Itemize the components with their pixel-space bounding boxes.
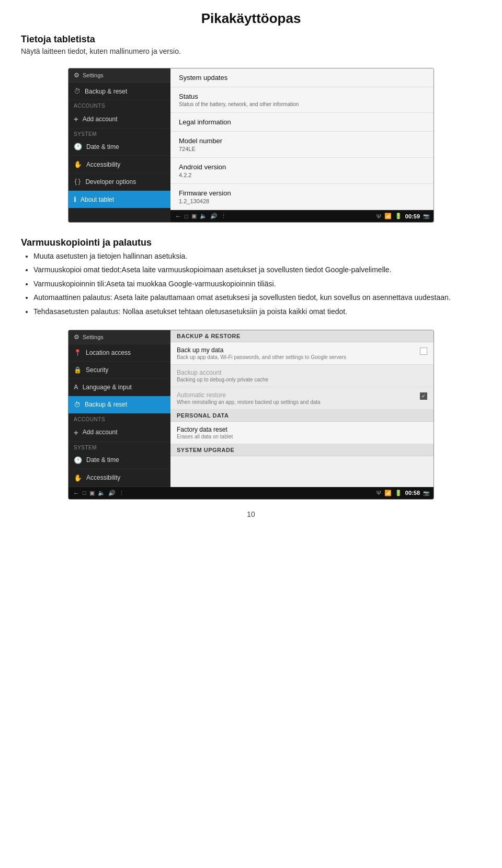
sidebar1-header: ⚙ Settings: [69, 68, 170, 83]
main-item-value: 4.2.2: [179, 172, 425, 178]
volume-icon[interactable]: 🔈: [200, 213, 207, 219]
main-item2-title: Backup account: [177, 369, 268, 376]
psi-icon: Ψ: [376, 213, 381, 219]
volume-up-icon2[interactable]: 🔊: [108, 490, 116, 496]
backup-restore-header: BACKUP & RESTORE: [170, 330, 433, 342]
sidebar2-header-label: Settings: [83, 334, 104, 340]
bullet-item: Tehdasasetusten palautus: Nollaa asetuks…: [33, 306, 481, 317]
sidebar-item-accessibility2[interactable]: ✋ Accessibility: [69, 469, 170, 487]
main-item-system-updates[interactable]: System updates: [170, 68, 433, 87]
page-number: 10: [21, 510, 481, 518]
status-bar2: ← □ ▣ 🔈 🔊 ⋮ Ψ 📶 🔋 00:58 📷: [69, 487, 433, 499]
plus-icon: +: [74, 114, 78, 123]
main-item-auto-restore[interactable]: Automatic restore When reinstalling an a…: [170, 387, 433, 410]
section1-heading: Tietoja tabletista: [21, 34, 481, 45]
home-icon[interactable]: □: [185, 213, 188, 219]
sidebar-item-label: Developer options: [85, 178, 136, 186]
back-icon2[interactable]: ←: [73, 489, 79, 497]
sidebar-item-backup-reset[interactable]: ⏱ Backup & reset: [69, 83, 170, 100]
sidebar-item-label: About tablet: [81, 196, 114, 203]
location-icon: 📍: [74, 349, 82, 356]
accounts-section-label2: ACCOUNTS: [69, 414, 170, 423]
signal-icon2: 📶: [384, 490, 392, 496]
section1-subtitle: Näytä laitteen tiedot, kuten mallinumero…: [21, 47, 481, 55]
sidebar-item-language[interactable]: A Language & input: [69, 379, 170, 396]
sidebar-item-date-time[interactable]: 🕐 Date & time: [69, 138, 170, 156]
back-icon[interactable]: ←: [175, 212, 181, 220]
auto-restore-checkbox[interactable]: ✓: [420, 392, 427, 400]
main-item-status[interactable]: Status Status of the battery, network, a…: [170, 87, 433, 113]
sidebar-item-label: Accessibility: [86, 474, 120, 481]
main-item2-subtitle: Backing up to debug-only private cache: [177, 377, 268, 383]
sidebar-item-label: Backup & reset: [85, 88, 127, 95]
main-item-model[interactable]: Model number 724LE: [170, 132, 433, 158]
sidebar1: ⚙ Settings ⏱ Backup & reset ACCOUNTS + A…: [69, 68, 170, 222]
status-time2: 00:58: [405, 490, 420, 496]
main-item-title: Firmware version: [179, 189, 425, 197]
main-item2-subtitle: Erases all data on tablet: [177, 434, 233, 439]
sidebar2: ⚙ Settings 📍 Location access 🔒 Security …: [69, 330, 170, 487]
menu-dots-icon[interactable]: ⋮: [221, 213, 226, 219]
lock-icon: 🔒: [74, 366, 82, 374]
home-icon2[interactable]: □: [83, 490, 86, 496]
main-item-title: System updates: [179, 74, 425, 82]
main-item-back-up-data[interactable]: Back up my data Back up app data, Wi-Fi …: [170, 342, 433, 365]
status-bar2-right: Ψ 📶 🔋 00:58 📷: [376, 490, 429, 496]
main-item-firmware[interactable]: Firmware version 1.2_130428: [170, 184, 433, 210]
sidebar-item-label: Language & input: [83, 384, 132, 391]
status-bar1: ← □ ▣ 🔈 🔊 ⋮ Ψ 📶 🔋 00:59 📷: [170, 210, 433, 222]
screenshot-icon2: 📷: [423, 490, 429, 496]
sidebar-item-accessibility[interactable]: ✋ Accessibility: [69, 156, 170, 173]
status-bar-left: ← □ ▣ 🔈 🔊 ⋮: [175, 212, 226, 220]
settings-gear-icon2: ⚙: [74, 333, 79, 341]
recent-icon2[interactable]: ▣: [89, 490, 95, 496]
menu-dots-icon2[interactable]: ⋮: [119, 490, 124, 496]
sidebar-item-backup-reset2[interactable]: ⏱ Backup & reset: [69, 396, 170, 414]
sidebar-item-about-tablet[interactable]: ℹ About tablet: [69, 191, 170, 209]
main-item-factory-reset[interactable]: Factory data reset Erases all data on ta…: [170, 422, 433, 444]
screenshot2: ⚙ Settings 📍 Location access 🔒 Security …: [68, 330, 434, 500]
volume-up-icon[interactable]: 🔊: [210, 213, 218, 219]
sidebar-item-label: Security: [86, 366, 108, 374]
main-item2-title: Factory data reset: [177, 426, 233, 433]
clock-icon: ⏱: [74, 87, 81, 95]
section2-heading: Varmuuskopiointi ja palautus: [21, 237, 481, 248]
main-item2-text: Backup account Backing up to debug-only …: [177, 369, 268, 383]
sidebar-item-add-account2[interactable]: + Add account: [69, 423, 170, 442]
main-item-subtitle: Status of the battery, network, and othe…: [179, 101, 425, 107]
settings-gear-icon: ⚙: [74, 72, 79, 79]
battery-icon: 🔋: [395, 213, 402, 219]
main-item-title: Legal information: [179, 118, 425, 126]
bullet-item: Varmuuskopioinnin tili:Aseta tai muokkaa…: [33, 278, 481, 290]
main-item-legal[interactable]: Legal information: [170, 113, 433, 132]
main-item-title: Status: [179, 92, 425, 100]
volume-icon2[interactable]: 🔈: [98, 490, 105, 496]
main-item2-title: Back up my data: [177, 346, 346, 354]
main-item-android[interactable]: Android version 4.2.2: [170, 158, 433, 184]
recent-icon[interactable]: ▣: [191, 213, 197, 219]
personal-data-header: PERSONAL DATA: [170, 410, 433, 422]
backup-data-checkbox[interactable]: [420, 348, 427, 355]
main-item-title: Android version: [179, 163, 425, 171]
status-bar2-left: ← □ ▣ 🔈 🔊 ⋮: [73, 489, 124, 497]
bullet-item: Varmuuskopioi omat tiedot:Aseta laite va…: [33, 264, 481, 275]
sidebar-item-label: Location access: [86, 349, 131, 356]
main-item2-text: Automatic restore When reinstalling an a…: [177, 391, 321, 405]
system-section-label2: SYSTEM: [69, 442, 170, 452]
screenshot-icon: 📷: [423, 213, 429, 219]
main-item-backup-account[interactable]: Backup account Backing up to debug-only …: [170, 365, 433, 387]
sidebar-item-date-time2[interactable]: 🕐 Date & time: [69, 452, 170, 469]
main-item2-text: Factory data reset Erases all data on ta…: [177, 426, 233, 439]
hand-icon2: ✋: [74, 474, 82, 482]
sidebar-item-label: Backup & reset: [85, 401, 127, 408]
sidebar-item-developer-options[interactable]: {} Developer options: [69, 173, 170, 191]
sidebar-item-label: Date & time: [86, 143, 119, 151]
plus-icon2: +: [74, 428, 78, 437]
sidebar-item-add-account[interactable]: + Add account: [69, 110, 170, 129]
clock-icon3: 🕐: [74, 456, 82, 464]
main-item-value: 1.2_130428: [179, 198, 425, 204]
sidebar-item-location[interactable]: 📍 Location access: [69, 344, 170, 362]
bullet-item: Automaattinen palautus: Aseta laite pala…: [33, 292, 481, 303]
sidebar-item-label: Date & time: [86, 456, 119, 464]
sidebar-item-security[interactable]: 🔒 Security: [69, 362, 170, 379]
